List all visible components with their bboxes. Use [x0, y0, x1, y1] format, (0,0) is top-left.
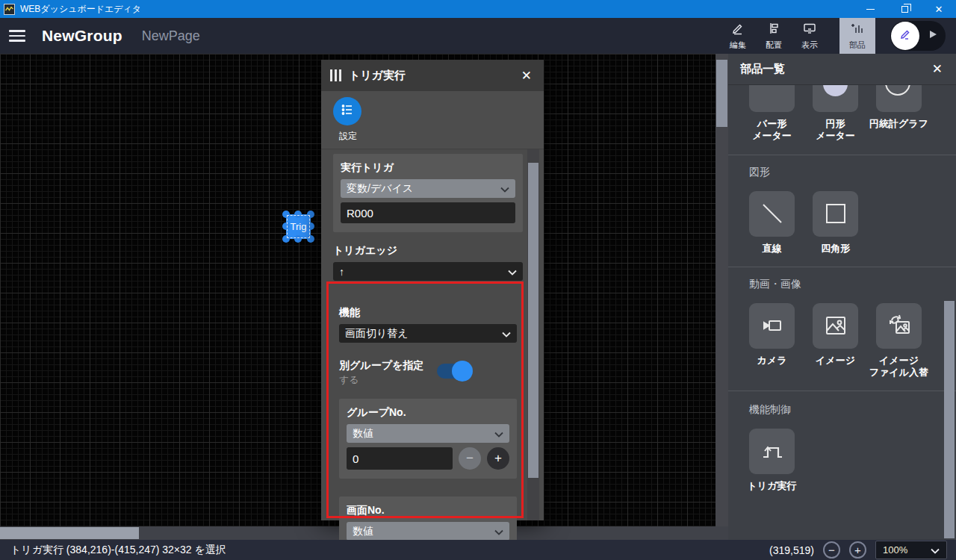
dialog-title: トリガ実行: [349, 69, 518, 83]
menu-icon[interactable]: [0, 18, 34, 54]
canvas-vertical-scrollbar-thumb[interactable]: [716, 60, 727, 127]
dialog-close-icon[interactable]: ✕: [518, 66, 535, 85]
statusbar: トリガ実行 (384,216)-(415,247) 32×32 を選択 (319…: [0, 540, 956, 560]
camera-icon[interactable]: [749, 303, 795, 349]
parts-panel-title: 部品一覧: [740, 62, 929, 76]
part-camera[interactable]: カメラ: [749, 303, 795, 379]
other-group-toggle[interactable]: [437, 364, 470, 379]
resize-handle[interactable]: [294, 235, 302, 243]
trig-widget[interactable]: Trig: [286, 214, 311, 239]
parts-panel-close-icon[interactable]: ✕: [929, 60, 946, 78]
part-image-file-swap[interactable]: イメージファイル入替: [876, 303, 922, 379]
part-line[interactable]: 直線: [749, 191, 795, 255]
chevron-down-icon: [500, 183, 509, 195]
zoom-level-dropdown[interactable]: 100%: [875, 541, 947, 559]
function-dropdown[interactable]: 画面切り替え: [339, 324, 517, 343]
image-icon[interactable]: [813, 303, 858, 349]
screen-no-label: 画面No.: [347, 504, 509, 517]
settings-list-icon: [340, 102, 355, 120]
canvas-vertical-scrollbar[interactable]: [716, 54, 728, 526]
tool-display-label: 表示: [801, 40, 818, 51]
edit-pencil-icon: [898, 28, 912, 44]
resize-handle[interactable]: [282, 211, 290, 218]
header-toolbar: 編集 配置 表示 部品: [720, 18, 875, 54]
part-bar-meter[interactable]: バー形メーター: [749, 85, 795, 143]
settings-tab-button[interactable]: [333, 97, 361, 125]
trig-widget-label: Trig: [291, 221, 307, 232]
group-no-input[interactable]: [347, 447, 453, 470]
exec-trigger-type-dropdown[interactable]: 変数/デバイス: [341, 179, 515, 198]
group-no-decrement-button[interactable]: −: [459, 447, 481, 470]
resize-handle[interactable]: [282, 223, 290, 230]
dialog-scrollbar[interactable]: [527, 149, 539, 520]
canvas-horizontal-scrollbar-thumb[interactable]: [0, 527, 139, 539]
tool-edit-label: 編集: [730, 40, 746, 51]
chevron-down-icon: [508, 266, 517, 278]
trigger-exec-icon[interactable]: [749, 429, 795, 474]
dialog-content: 実行トリガ 変数/デバイス トリガエッジ ↑ 機能 画面切り替え: [321, 149, 527, 520]
part-pie-stat-graph[interactable]: 円統計グラフ: [876, 85, 922, 143]
line-icon[interactable]: [749, 191, 795, 237]
parts-panel-header: 部品一覧 ✕: [728, 54, 956, 85]
function-value: 画面切り替え: [345, 327, 502, 340]
chevron-down-icon: [931, 544, 940, 556]
trigger-edge-dropdown[interactable]: ↑: [333, 262, 523, 281]
rectangle-icon[interactable]: [813, 191, 858, 237]
drag-handle-icon[interactable]: [330, 69, 341, 81]
run-mode-button[interactable]: [919, 29, 946, 43]
part-rectangle[interactable]: 四角形: [813, 191, 858, 255]
exec-trigger-section: 実行トリガ 変数/デバイス: [333, 154, 523, 232]
group-no-type-dropdown[interactable]: 数値: [347, 424, 509, 443]
dialog-tab-strip: 設定: [321, 91, 544, 149]
zoom-in-button[interactable]: +: [849, 541, 866, 559]
pie-stat-graph-icon[interactable]: [876, 85, 922, 112]
edit-mode-button[interactable]: [891, 22, 919, 50]
parts-panel: 部品一覧 ✕ バー形メーター 円形メーター 円統計グラフ 図形: [728, 54, 956, 540]
chevron-down-icon: [502, 328, 511, 340]
media-section-label: 動画・画像: [749, 278, 941, 291]
parts-panel-scrollbar[interactable]: [944, 87, 955, 540]
chevron-down-icon: [494, 526, 503, 538]
circle-meter-icon[interactable]: [813, 85, 858, 112]
display-icon: [803, 22, 816, 38]
part-trigger-exec[interactable]: トリガ実行: [749, 429, 795, 492]
pencil-icon: [731, 22, 745, 38]
device-input[interactable]: [341, 202, 515, 223]
page-name: NewPage: [142, 28, 720, 44]
dialog-scrollbar-thumb[interactable]: [528, 163, 538, 478]
parts-panel-scrollbar-thumb[interactable]: [944, 301, 955, 538]
tool-arrange[interactable]: 配置: [756, 18, 792, 54]
arrange-icon: [767, 22, 780, 38]
tool-parts[interactable]: 部品: [839, 18, 875, 54]
other-group-label: 別グループを指定: [339, 359, 423, 373]
resize-handle[interactable]: [307, 211, 314, 218]
trigger-edge-label: トリガエッジ: [333, 244, 523, 258]
tool-display[interactable]: 表示: [792, 18, 828, 54]
trigger-edge-value: ↑: [339, 266, 508, 278]
settings-tab-label: 設定: [339, 130, 357, 143]
dialog-header[interactable]: トリガ実行 ✕: [321, 60, 544, 91]
screen-no-type-dropdown[interactable]: 数値: [347, 522, 509, 541]
resize-handle[interactable]: [282, 235, 290, 243]
minimize-button[interactable]: [853, 0, 887, 18]
other-group-state: する: [339, 373, 423, 387]
exec-trigger-label: 実行トリガ: [341, 161, 515, 175]
group-name: NewGroup: [42, 27, 122, 45]
tool-parts-label: 部品: [849, 40, 866, 51]
chevron-down-icon: [494, 428, 503, 440]
image-swap-icon[interactable]: [876, 303, 922, 349]
bar-meter-icon[interactable]: [749, 85, 795, 112]
group-no-type-value: 数値: [353, 427, 494, 441]
maximize-button[interactable]: [887, 0, 922, 18]
close-button[interactable]: ✕: [922, 0, 956, 18]
part-image[interactable]: イメージ: [813, 303, 858, 379]
zoom-out-button[interactable]: −: [823, 541, 840, 559]
resize-handle[interactable]: [294, 211, 302, 218]
part-circle-meter[interactable]: 円形メーター: [813, 85, 858, 143]
control-section-label: 機能制御: [749, 403, 941, 417]
window-titlebar: WEBダッシュボードエディタ ✕: [0, 0, 956, 18]
resize-handle[interactable]: [307, 235, 314, 243]
group-no-increment-button[interactable]: +: [487, 447, 509, 470]
tool-edit[interactable]: 編集: [720, 18, 756, 54]
resize-handle[interactable]: [307, 223, 314, 230]
